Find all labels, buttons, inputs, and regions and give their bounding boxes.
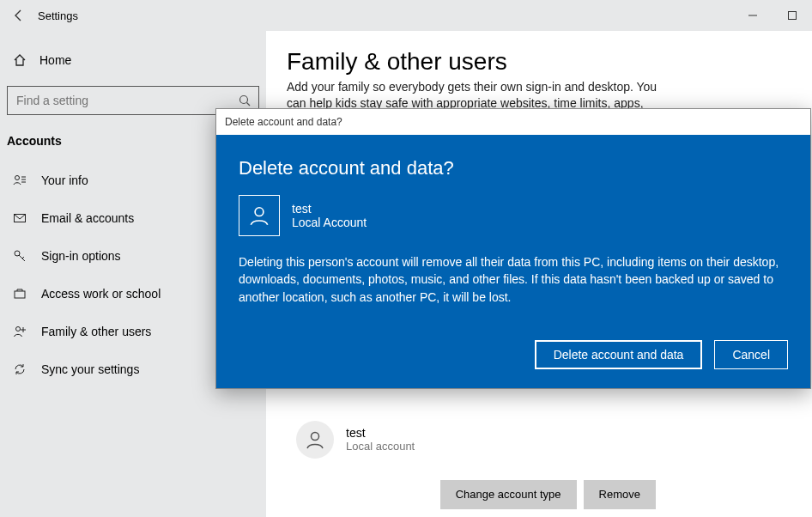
sidebar-item-label: Access work or school <box>41 287 161 301</box>
person-icon <box>248 204 270 227</box>
minimize-button[interactable] <box>733 0 773 31</box>
dialog-user-name: test <box>292 202 367 216</box>
title-bar: Settings <box>0 0 812 31</box>
page-heading: Family & other users <box>287 48 791 76</box>
sidebar-item-label: Sync your settings <box>41 362 139 376</box>
svg-point-15 <box>255 208 264 216</box>
search-icon <box>238 94 251 107</box>
dialog-heading: Delete account and data? <box>239 157 788 179</box>
cancel-button[interactable]: Cancel <box>714 340 788 369</box>
user-type: Local account <box>346 440 415 453</box>
sidebar-item-label: Email & accounts <box>41 211 134 225</box>
delete-account-dialog: Delete account and data? Delete account … <box>215 108 811 389</box>
user-name: test <box>346 426 415 440</box>
maximize-icon <box>787 10 797 21</box>
briefcase-icon <box>12 287 27 301</box>
mail-icon <box>12 211 27 225</box>
window-title: Settings <box>38 9 78 22</box>
arrow-left-icon <box>12 9 26 22</box>
home-label: Home <box>39 53 71 67</box>
remove-button[interactable]: Remove <box>584 480 656 509</box>
svg-rect-1 <box>789 12 797 20</box>
avatar <box>296 421 334 459</box>
home-nav[interactable]: Home <box>0 43 266 77</box>
change-account-type-button[interactable]: Change account type <box>440 480 577 509</box>
sidebar-item-label: Your info <box>41 173 88 187</box>
user-row[interactable]: test Local account <box>287 415 656 465</box>
key-icon <box>12 249 27 263</box>
sidebar-item-label: Sign-in options <box>41 249 121 263</box>
svg-point-4 <box>15 176 20 180</box>
svg-point-11 <box>16 327 21 331</box>
person-plus-icon <box>12 325 27 338</box>
back-button[interactable] <box>0 0 38 31</box>
dialog-titlebar: Delete account and data? <box>216 109 810 135</box>
svg-line-3 <box>247 103 251 106</box>
sync-icon <box>12 362 27 376</box>
avatar <box>239 195 280 236</box>
person-icon <box>305 429 325 450</box>
svg-point-2 <box>240 96 248 104</box>
dialog-body-text: Deleting this person's account will remo… <box>239 253 788 306</box>
sidebar-item-label: Family & other users <box>41 325 151 338</box>
delete-confirm-button[interactable]: Delete account and data <box>535 340 703 369</box>
dialog-user: test Local Account <box>239 195 788 236</box>
svg-point-14 <box>312 432 319 440</box>
home-icon <box>12 53 27 67</box>
svg-rect-10 <box>15 291 25 298</box>
dialog-user-type: Local Account <box>292 216 367 229</box>
minimize-icon <box>748 10 758 21</box>
person-card-icon <box>12 173 27 187</box>
maximize-button[interactable] <box>773 0 812 31</box>
search-input[interactable] <box>15 93 238 108</box>
